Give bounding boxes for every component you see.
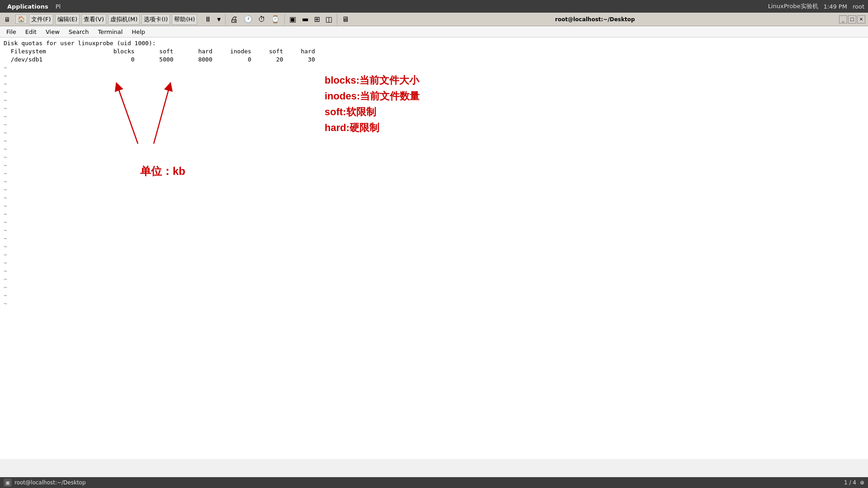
dropdown-btn[interactable]: ▾ [215,14,222,24]
tilde-3: ~ [4,80,864,88]
tilde-28: ~ [4,283,864,291]
screen-btn[interactable]: 🖥 [340,14,351,24]
system-label: LinuxProbe实验机 [768,2,818,10]
terminal-icon: ▣ [4,479,12,487]
status-path: root@localhost:~/Desktop [14,479,86,486]
tilde-19: ~ [4,210,864,218]
tilde-13: ~ [4,161,864,169]
annotation-hard: hard:硬限制 [325,121,379,135]
terminal-line-3: /dev/sdb1 0 5000 8000 0 20 30 [4,56,864,64]
toolbar-edit[interactable]: 编辑(E) [55,14,80,25]
system-user: root [853,3,864,10]
soft-label: soft:软限制 [325,106,376,117]
inodes-label: inodes:当前文件数量 [325,90,420,102]
status-bar: ▣ root@localhost:~/Desktop 1 / 4 ⊕ [0,477,868,488]
tilde-20: ~ [4,218,864,226]
tilde-27: ~ [4,275,864,283]
system-bar-right: LinuxProbe实验机 1:49 PM root [768,2,864,10]
clock3-btn[interactable]: ⌚ [269,14,282,24]
view4-btn[interactable]: ◫ [324,14,334,24]
tilde-12: ~ [4,153,864,161]
minimize-button[interactable]: _ [839,15,847,23]
tilde-17: ~ [4,194,864,202]
tilde-8: ~ [4,121,864,129]
tilde-16: ~ [4,186,864,194]
system-bar-left: Applications Pl [4,2,63,11]
view2-btn[interactable]: ▬ [300,14,310,24]
clock1-btn[interactable]: 🕐 [242,14,255,24]
menu-bar: File Edit View Search Terminal Help [0,26,868,38]
tilde-11: ~ [4,145,864,153]
toolbar-separator [225,14,226,25]
pause-btn[interactable]: ⏸ [203,14,213,24]
window-controls: _ □ ✕ [839,15,865,23]
menu-terminal[interactable]: Terminal [93,27,127,37]
clock2-btn[interactable]: ⏱ [256,14,267,24]
page-indicator: 1 / 4 [844,479,856,486]
toolbar-tab[interactable]: 选项卡(I) [142,14,170,25]
title-bar: 🖥 🏠 文件(F) 编辑(E) 查看(V) 虚拟机(M) 选项卡(I) 帮助(H… [0,13,868,26]
tilde-1: ~ [4,64,864,72]
send-btn[interactable]: 🖨 [228,14,240,25]
menu-search[interactable]: Search [64,27,94,37]
toolbar-separator-2 [284,14,285,25]
applications-menu[interactable]: Applications [4,2,52,11]
terminal-line-1: Disk quotas for user linuxprobe (uid 100… [4,39,864,47]
annotation-unit: 单位：kb [140,164,185,178]
tilde-7: ~ [4,113,864,121]
status-icon-end: ⊕ [860,479,864,486]
tilde-26: ~ [4,267,864,275]
terminal-body: Disk quotas for user linuxprobe (uid 100… [0,38,868,459]
close-button[interactable]: ✕ [857,15,865,23]
terminal-line-2: Filesystem blocks soft hard inodes soft … [4,47,864,56]
toolbar-separator-3 [337,14,337,25]
tilde-18: ~ [4,202,864,210]
places-menu[interactable]: Pl [53,2,63,11]
tilde-9: ~ [4,129,864,137]
toolbar-vm[interactable]: 虚拟机(M) [108,14,140,25]
toolbar-icon-1[interactable]: 🏠 [15,14,27,24]
annotation-inodes: inodes:当前文件数量 [325,89,420,103]
annotation-blocks: blocks:当前文件大小 [325,74,419,87]
tilde-23: ~ [4,243,864,251]
toolbar-view[interactable]: 查看(V) [81,14,106,25]
tilde-29: ~ [4,291,864,300]
window-title: root@localhost:~/Desktop [353,16,837,23]
tilde-15: ~ [4,178,864,186]
window-icon: 🖥 [3,15,12,24]
status-right: 1 / 4 ⊕ [844,479,864,486]
menu-view[interactable]: View [41,27,64,37]
tilde-30: ~ [4,300,864,308]
tilde-10: ~ [4,137,864,145]
annotation-soft: soft:软限制 [325,105,376,119]
system-bar: Applications Pl LinuxProbe实验机 1:49 PM ro… [0,0,868,13]
tilde-4: ~ [4,88,864,96]
tilde-2: ~ [4,72,864,80]
menu-file[interactable]: File [2,27,21,37]
menu-edit[interactable]: Edit [21,27,41,37]
system-time: 1:49 PM [824,3,847,10]
blocks-label: blocks:当前文件大小 [325,75,419,86]
tilde-21: ~ [4,226,864,235]
view3-btn[interactable]: ⊞ [312,14,322,24]
tilde-25: ~ [4,259,864,267]
view1-btn[interactable]: ▣ [288,14,298,24]
tilde-22: ~ [4,235,864,243]
restore-button[interactable]: □ [848,15,856,23]
tilde-5: ~ [4,96,864,104]
unit-label: 单位：kb [140,165,185,177]
tilde-24: ~ [4,251,864,259]
tilde-14: ~ [4,169,864,178]
tilde-6: ~ [4,104,864,113]
menu-help[interactable]: Help [127,27,150,37]
toolbar-help[interactable]: 帮助(H) [172,14,197,25]
toolbar-file[interactable]: 文件(F) [29,14,53,25]
hard-label: hard:硬限制 [325,122,379,133]
